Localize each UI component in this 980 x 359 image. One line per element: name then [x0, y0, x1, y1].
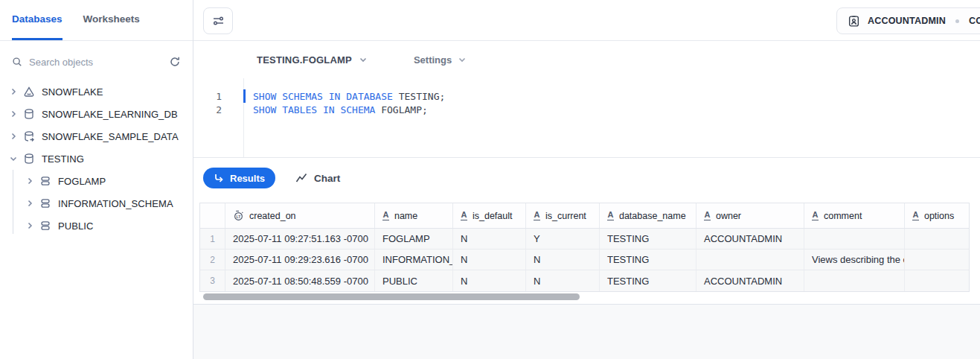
table-cell-is_current[interactable]: Y — [526, 229, 600, 249]
role-badge-icon — [848, 15, 860, 28]
schema-icon — [39, 220, 51, 232]
horizontal-scrollbar-thumb[interactable] — [203, 293, 580, 300]
table-cell-database_name[interactable]: TESTING — [600, 270, 696, 291]
table-cell-comment[interactable]: Views describing the c — [804, 250, 905, 270]
tab-worksheets[interactable]: Worksheets — [83, 0, 140, 40]
tree-item-label: SNOWFLAKE — [42, 86, 103, 98]
tab-databases[interactable]: Databases — [12, 0, 63, 40]
table-cell-is_default[interactable]: N — [453, 250, 526, 270]
database-tree: SNOWFLAKESNOWFLAKE_LEARNING_DBSNOWFLAKE_… — [0, 80, 193, 237]
column-header-is_default[interactable]: Ais_default — [453, 203, 526, 228]
row-number[interactable]: 3 — [200, 270, 225, 291]
code-area[interactable]: SHOW SCHEMAS IN DATABASE TESTING;SHOW TA… — [243, 78, 980, 157]
chevron-right-icon[interactable] — [24, 221, 36, 230]
table-cell-owner[interactable] — [696, 250, 804, 270]
code-line[interactable]: SHOW SCHEMAS IN DATABASE TESTING; — [253, 90, 980, 104]
column-header-created_on[interactable]: LTcreated_on — [225, 203, 375, 228]
chevron-right-icon[interactable] — [24, 199, 36, 208]
table-row: 32025-07-11 08:50:48.559 -0700PUBLICNNTE… — [200, 270, 969, 291]
search-objects-input[interactable]: Search objects — [0, 51, 193, 73]
table-cell-created_on[interactable]: 2025-07-11 08:50:48.559 -0700 — [225, 270, 375, 291]
column-header-name[interactable]: Aname — [375, 203, 453, 228]
schema-context-dropdown[interactable]: TESTING.FOGLAMP — [257, 54, 368, 66]
line-number: 2 — [193, 104, 243, 117]
chart-tab-label: Chart — [314, 173, 340, 184]
chevron-right-icon[interactable] — [24, 177, 36, 185]
sql-identifier: FOGLAMP; — [381, 104, 428, 115]
tree-item-snowflake_learning_db[interactable]: SNOWFLAKE_LEARNING_DB — [0, 103, 193, 125]
column-name: database_name — [619, 211, 686, 221]
sql-keyword: SHOW TABLES IN SCHEMA — [253, 104, 381, 115]
tree-item-snowflake[interactable]: SNOWFLAKE — [0, 80, 193, 103]
schema-context-label: TESTING.FOGLAMP — [257, 54, 352, 66]
results-grid-area: LTcreated_onAnameAis_defaultAis_currentA… — [193, 203, 980, 302]
table-cell-options[interactable] — [905, 229, 970, 249]
table-cell-created_on[interactable]: 2025-07-11 09:27:51.163 -0700 — [225, 229, 375, 249]
chevron-right-icon[interactable] — [7, 132, 19, 141]
context-selector-button[interactable]: ACCOUNTADMIN COMP — [836, 7, 980, 34]
column-header-options[interactable]: Aoptions — [905, 203, 970, 228]
tree-item-information_schema[interactable]: INFORMATION_SCHEMA — [0, 192, 193, 215]
row-number[interactable]: 1 — [200, 229, 225, 249]
table-cell-is_default[interactable]: N — [453, 229, 526, 249]
worksheet-header: TESTING.FOGLAMP Settings — [193, 41, 980, 78]
tree-children-testing: FOGLAMPINFORMATION_SCHEMAPUBLIC — [0, 170, 193, 237]
table-cell-created_on[interactable]: 2025-07-11 09:29:23.616 -0700 — [225, 250, 375, 270]
chevron-right-icon[interactable] — [7, 109, 19, 118]
tree-item-label: SNOWFLAKE_LEARNING_DB — [42, 109, 178, 120]
table-cell-is_current[interactable]: N — [526, 270, 600, 291]
results-table: LTcreated_onAnameAis_defaultAis_currentA… — [199, 203, 970, 292]
table-cell-comment[interactable] — [804, 270, 905, 291]
table-cell-owner[interactable]: ACCOUNTADMIN — [696, 229, 804, 249]
context-role-label: ACCOUNTADMIN — [868, 16, 946, 26]
schema-icon — [39, 175, 51, 187]
refresh-icon[interactable] — [169, 56, 181, 68]
table-cell-is_current[interactable]: N — [526, 250, 600, 270]
tree-item-public[interactable]: PUBLIC — [0, 215, 193, 237]
column-header-is_current[interactable]: Ais_current — [526, 203, 600, 228]
text-type-icon: A — [812, 211, 819, 221]
tab-worksheets-label: Worksheets — [83, 13, 140, 25]
chevron-down-icon[interactable] — [7, 154, 19, 163]
settings-dropdown[interactable]: Settings — [414, 54, 467, 66]
search-icon — [12, 57, 22, 67]
table-cell-database_name[interactable]: TESTING — [600, 229, 696, 249]
code-line[interactable]: SHOW TABLES IN SCHEMA FOGLAMP; — [253, 104, 980, 117]
results-tab[interactable]: Results — [203, 168, 275, 188]
table-cell-name[interactable]: PUBLIC — [375, 270, 453, 291]
context-separator-dot — [955, 19, 959, 23]
worksheet-options-button[interactable] — [203, 7, 233, 34]
column-header-comment[interactable]: Acomment — [804, 203, 905, 228]
tree-item-snowflake_sample_data[interactable]: SNOWFLAKE_SAMPLE_DATA — [0, 125, 193, 147]
column-header-database_name[interactable]: Adatabase_name — [600, 203, 696, 228]
table-cell-owner[interactable]: ACCOUNTADMIN — [696, 270, 804, 291]
context-warehouse-label: COMP — [969, 16, 980, 26]
table-cell-options[interactable] — [905, 270, 970, 291]
text-type-icon: A — [607, 211, 614, 221]
sql-keyword: SHOW SCHEMAS IN DATABASE — [253, 91, 399, 102]
horizontal-scrollbar-track[interactable] — [199, 292, 970, 302]
table-cell-options[interactable] — [905, 250, 970, 270]
table-cell-is_default[interactable]: N — [453, 270, 526, 291]
table-cell-name[interactable]: INFORMATION_SCHEMA — [375, 250, 453, 270]
row-number[interactable]: 2 — [200, 250, 225, 270]
tree-item-label: INFORMATION_SCHEMA — [58, 198, 173, 209]
text-type-icon: A — [912, 211, 919, 221]
column-header-owner[interactable]: Aowner — [696, 203, 804, 228]
tree-item-label: SNOWFLAKE_SAMPLE_DATA — [42, 131, 179, 142]
row-number-header[interactable] — [200, 203, 225, 228]
column-name: created_on — [249, 211, 296, 221]
tree-item-foglamp[interactable]: FOGLAMP — [0, 170, 193, 192]
table-cell-comment[interactable] — [804, 229, 905, 249]
table-cell-database_name[interactable]: TESTING — [600, 250, 696, 270]
sql-editor[interactable]: 12 SHOW SCHEMAS IN DATABASE TESTING;SHOW… — [193, 78, 980, 157]
tree-item-testing[interactable]: TESTING — [0, 147, 193, 170]
settings-label: Settings — [414, 54, 452, 66]
table-cell-name[interactable]: FOGLAMP — [375, 229, 453, 249]
snowflake-app-icon — [23, 86, 35, 98]
line-number: 1 — [193, 90, 243, 104]
tree-item-label: PUBLIC — [58, 220, 94, 232]
chart-tab[interactable]: Chart — [295, 173, 340, 184]
chevron-right-icon[interactable] — [7, 87, 19, 96]
search-placeholder: Search objects — [29, 57, 93, 68]
